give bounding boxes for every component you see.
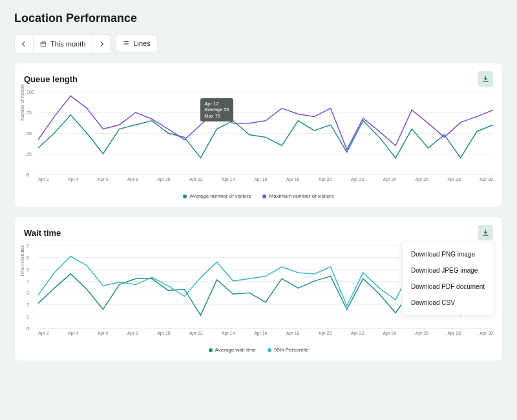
controls-row: This month Lines [14,34,503,54]
menu-item-csv[interactable]: Download CSV [402,295,494,311]
chart-legend: Average number of visitors Maximum numbe… [15,188,502,207]
chart-type-button[interactable]: Lines [116,34,157,52]
legend-dot [183,194,187,198]
period-label: This month [50,40,85,48]
menu-item-pdf[interactable]: Download PDF document [402,278,494,295]
page-title: Location Performance [14,12,503,25]
download-button[interactable] [478,71,493,87]
wait-time-card: Wait time Download PNG image Download JP… [14,216,503,361]
period-button[interactable]: This month [33,35,92,53]
chevron-left-icon [21,41,26,47]
menu-item-jpeg[interactable]: Download JPEG image [402,262,494,278]
y-axis-label: Time in Minutes [20,245,25,277]
menu-item-png[interactable]: Download PNG image [402,246,494,262]
period-next-button[interactable] [92,35,110,53]
x-ticks: Apr 2Apr 4Apr 6Apr 8Apr 10Apr 12Apr 14Ap… [38,177,493,182]
chevron-right-icon [99,41,104,47]
card-title: Wait time [24,228,61,238]
calendar-icon [40,41,47,47]
y-axis-label: Number of visitors [20,84,25,120]
svg-rect-0 [41,42,46,47]
legend-dot [262,194,266,198]
download-menu: Download PNG image Download JPEG image D… [401,242,494,315]
queue-plot: Apr 12 Average 55 Max 75 0255075100 [38,92,493,174]
queue-length-card: Queue length Number of visitors Apr 12 A… [14,63,503,207]
period-prev-button[interactable] [15,35,33,53]
x-ticks: Apr 2Apr 4Apr 6Apr 8Apr 10Apr 12Apr 14Ap… [38,331,493,335]
list-icon [123,40,129,47]
download-icon [482,229,489,236]
period-selector: This month [14,34,111,54]
legend-dot [268,348,271,352]
card-title: Queue length [24,74,78,84]
legend-dot [209,348,213,352]
chart-type-label: Lines [133,39,150,47]
download-button[interactable] [478,225,493,240]
chart-legend: Average wait time 95th Percentile [15,342,502,361]
download-icon [482,76,489,83]
